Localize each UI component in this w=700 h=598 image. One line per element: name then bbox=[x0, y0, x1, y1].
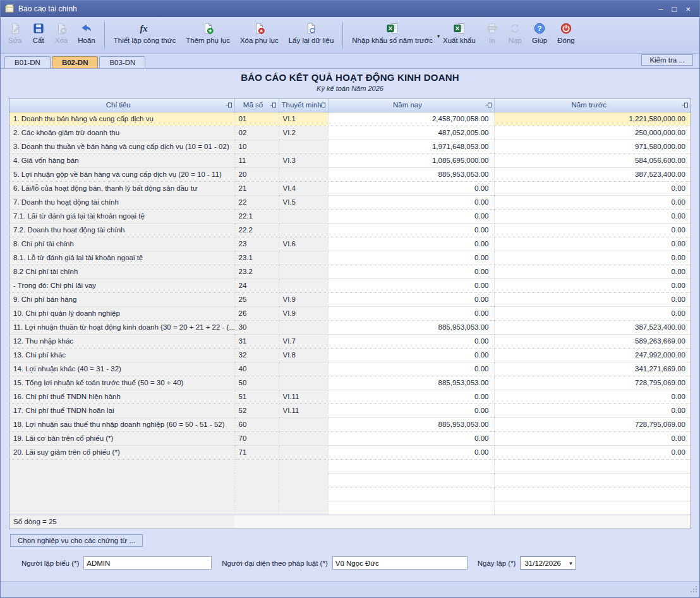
cell-prev[interactable]: 0.00 bbox=[494, 223, 691, 237]
cell-note[interactable] bbox=[279, 223, 328, 237]
cell-current[interactable]: 0.00 bbox=[328, 237, 494, 251]
cell-name[interactable]: 13. Chi phí khác bbox=[9, 348, 234, 362]
cell-current[interactable]: 0.00 bbox=[328, 390, 494, 404]
cell-prev[interactable]: 0.00 bbox=[494, 237, 691, 251]
column-header-note[interactable]: Thuyết minh bbox=[279, 99, 328, 112]
cell-name[interactable]: - Trong đó: Chi phí lãi vay bbox=[9, 278, 234, 292]
cell-code[interactable]: 23.2 bbox=[234, 265, 279, 278]
cell-note[interactable] bbox=[279, 362, 328, 376]
cell-current[interactable]: 0.00 bbox=[328, 306, 494, 320]
column-header-name[interactable]: Chỉ tiêu bbox=[9, 99, 234, 112]
cell-note[interactable] bbox=[279, 431, 328, 445]
cell-name[interactable]: 18. Lợi nhuận sau thuế thu nhập doanh ng… bbox=[9, 417, 234, 431]
check-button[interactable]: Kiểm tra ... bbox=[641, 54, 693, 66]
help-button[interactable]: ?Giúp bbox=[527, 18, 552, 52]
cell-prev[interactable]: 0.00 bbox=[494, 292, 691, 306]
export-button[interactable]: XXuất khẩu bbox=[438, 18, 481, 52]
cell-note[interactable]: VI.8 bbox=[279, 348, 328, 362]
tab-b03-dn[interactable]: B03-DN bbox=[99, 56, 145, 68]
cell-name[interactable]: 14. Lợi nhuận khác (40 = 31 - 32) bbox=[9, 362, 234, 376]
cell-name[interactable]: 2. Các khoản giảm trừ doanh thu bbox=[9, 126, 234, 140]
close-window-button[interactable]: × bbox=[685, 5, 691, 13]
cell-current[interactable]: 0.00 bbox=[328, 195, 494, 209]
cell-code[interactable]: 70 bbox=[234, 431, 279, 445]
cell-prev[interactable]: 0.00 bbox=[494, 306, 691, 320]
cell-note[interactable]: VI.11 bbox=[279, 404, 328, 417]
reload-data-button[interactable]: Lấy lại dữ liệu bbox=[284, 18, 339, 52]
cell-note[interactable]: VI.7 bbox=[279, 334, 328, 348]
cell-name[interactable]: 7.1. Lãi từ đánh giá lại tài khoản ngoại… bbox=[9, 209, 234, 223]
cell-current[interactable]: 885,953,053.00 bbox=[328, 417, 494, 431]
pin-icon[interactable] bbox=[226, 102, 232, 110]
cell-name[interactable]: 15. Tổng lợi nhuận kế toán trước thuế (5… bbox=[9, 376, 234, 390]
cell-name[interactable]: 5. Lợi nhuận gộp về bán hàng và cung cấp… bbox=[9, 167, 234, 181]
cell-current[interactable]: 885,953,053.00 bbox=[328, 320, 494, 334]
cell-prev[interactable]: 0.00 bbox=[494, 195, 691, 209]
cell-prev[interactable]: 341,271,669.00 bbox=[494, 362, 691, 376]
cell-note[interactable]: VI.2 bbox=[279, 126, 328, 140]
cell-code[interactable]: 23 bbox=[234, 237, 279, 251]
cell-name[interactable]: 10. Chi phí quản lý doanh nghiệp bbox=[9, 306, 234, 320]
cell-code[interactable]: 21 bbox=[234, 181, 279, 195]
cell-code[interactable]: 11 bbox=[234, 153, 279, 167]
undo-button[interactable]: Hoãn bbox=[73, 18, 100, 52]
representative-input[interactable] bbox=[332, 556, 468, 570]
cell-prev[interactable]: 0.00 bbox=[494, 278, 691, 292]
column-header-code[interactable]: Mã số bbox=[234, 99, 279, 112]
pin-icon[interactable] bbox=[270, 102, 277, 110]
import-last-year-button[interactable]: XNhập khẩu số năm trước▾ bbox=[347, 18, 438, 52]
cell-name[interactable]: 17. Chi phí thuế TNDN hoãn lại bbox=[9, 404, 234, 417]
cell-note[interactable]: VI.9 bbox=[279, 306, 328, 320]
cell-prev[interactable]: 0.00 bbox=[494, 390, 691, 404]
cell-prev[interactable]: 728,795,069.00 bbox=[494, 376, 691, 390]
cell-prev[interactable]: 728,795,069.00 bbox=[494, 417, 691, 431]
maximize-button[interactable]: □ bbox=[672, 5, 677, 13]
cell-code[interactable]: 50 bbox=[234, 376, 279, 390]
resize-grip[interactable] bbox=[690, 585, 698, 596]
cell-note[interactable] bbox=[279, 417, 328, 431]
cell-current[interactable]: 0.00 bbox=[328, 265, 494, 278]
cell-current[interactable]: 0.00 bbox=[328, 445, 494, 459]
cell-prev[interactable]: 250,000,000.00 bbox=[494, 126, 691, 140]
cell-code[interactable]: 22 bbox=[234, 195, 279, 209]
cell-current[interactable]: 487,052,005.00 bbox=[328, 126, 494, 140]
cell-code[interactable]: 26 bbox=[234, 306, 279, 320]
cell-note[interactable] bbox=[279, 278, 328, 292]
cell-name[interactable]: 7. Doanh thu hoạt động tài chính bbox=[9, 195, 234, 209]
cell-name[interactable]: 1. Doanh thu bán hàng và cung cấp dịch v… bbox=[9, 112, 234, 126]
cell-current[interactable]: 0.00 bbox=[328, 292, 494, 306]
cell-note[interactable] bbox=[279, 376, 328, 390]
cell-name[interactable]: 6. Lãi/lỗ của hoạt động bán, thanh lý bấ… bbox=[9, 181, 234, 195]
cell-name[interactable]: 8.2 Chi phí tài chính bbox=[9, 265, 234, 278]
cell-prev[interactable]: 1,221,580,000.00 bbox=[494, 112, 691, 126]
cell-note[interactable]: VI.9 bbox=[279, 292, 328, 306]
cell-note[interactable]: VI.11 bbox=[279, 390, 328, 404]
cell-name[interactable]: 4. Giá vốn hàng bán bbox=[9, 153, 234, 167]
select-voucher-button[interactable]: Chọn nghiệp vụ cho các chứng từ ... bbox=[10, 534, 143, 547]
cell-prev[interactable]: 247,992,000.00 bbox=[494, 348, 691, 362]
cell-prev[interactable]: 0.00 bbox=[494, 431, 691, 445]
cell-code[interactable]: 22.1 bbox=[234, 209, 279, 223]
cell-note[interactable] bbox=[279, 251, 328, 265]
close-button[interactable]: Đóng bbox=[552, 18, 580, 52]
cell-code[interactable]: 32 bbox=[234, 348, 279, 362]
chevron-down-icon[interactable]: ▾ bbox=[565, 560, 576, 566]
cell-code[interactable]: 20 bbox=[234, 167, 279, 181]
cell-current[interactable]: 885,953,053.00 bbox=[328, 167, 494, 181]
column-header-prev-year[interactable]: Năm trước bbox=[494, 99, 691, 112]
cell-name[interactable]: 8.1. Lỗ từ đánh giá lại tài khoản ngoại … bbox=[9, 251, 234, 265]
cell-current[interactable]: 0.00 bbox=[328, 404, 494, 417]
remove-appendix-button[interactable]: Xóa phụ lục bbox=[235, 18, 284, 52]
minimize-button[interactable]: – bbox=[658, 5, 663, 13]
cell-prev[interactable]: 0.00 bbox=[494, 181, 691, 195]
cell-name[interactable]: 7.2. Doanh thu hoạt động tài chính bbox=[9, 223, 234, 237]
cell-current[interactable]: 0.00 bbox=[328, 362, 494, 376]
cell-current[interactable]: 0.00 bbox=[328, 431, 494, 445]
cell-prev[interactable]: 589,263,669.00 bbox=[494, 334, 691, 348]
preparer-input[interactable] bbox=[83, 556, 212, 570]
cell-note[interactable] bbox=[279, 320, 328, 334]
column-header-current-year[interactable]: Năm nay bbox=[328, 99, 494, 112]
cell-code[interactable]: 22.2 bbox=[234, 223, 279, 237]
cell-note[interactable]: VI.3 bbox=[279, 153, 328, 167]
cell-code[interactable]: 23.1 bbox=[234, 251, 279, 265]
